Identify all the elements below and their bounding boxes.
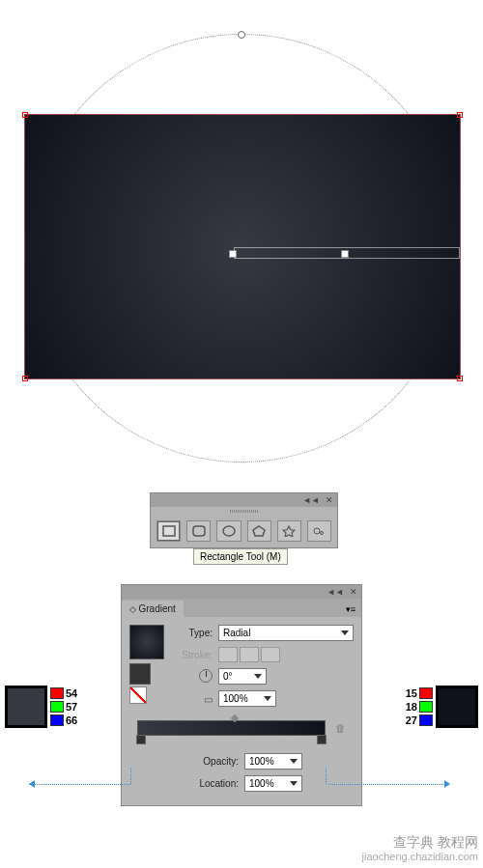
opacity-input[interactable]: 100%: [244, 753, 302, 770]
chevron-down-icon: [254, 674, 262, 679]
callout-line-right: [328, 784, 449, 785]
rectangle-icon: [162, 525, 176, 537]
delete-stop-icon[interactable]: 🗑: [333, 721, 347, 735]
ellipse-icon: [222, 525, 236, 537]
tool-tooltip: Rectangle Tool (M): [193, 548, 288, 565]
chevron-down-icon: [290, 781, 298, 786]
callout-line-left: [29, 784, 130, 785]
resize-handle-tr[interactable]: [457, 112, 463, 118]
stroke-alignment: [218, 647, 280, 662]
ellipse-tool[interactable]: [216, 520, 241, 542]
stroke-along-icon: [240, 647, 259, 662]
gradient-tab[interactable]: Gradient: [122, 601, 184, 617]
collapse-icon[interactable]: ◄◄: [302, 495, 320, 505]
gradient-stop-right[interactable]: [317, 735, 327, 744]
angle-input[interactable]: 0°: [218, 668, 267, 685]
g-value: 57: [66, 701, 77, 713]
aspect-ratio-icon: ▭: [204, 694, 213, 705]
polygon-icon: [252, 525, 266, 537]
stroke-in-icon: [218, 647, 238, 662]
flare-tool[interactable]: [307, 520, 331, 542]
color-callout-right: 15 18 27: [406, 686, 478, 728]
g-chip: [419, 701, 433, 713]
gradient-slider[interactable]: [137, 720, 326, 736]
callout-drop-right: [326, 768, 327, 784]
palette-header: ◄◄ ✕: [151, 493, 337, 507]
resize-handle-bl[interactable]: [22, 376, 28, 381]
resize-handle-br[interactable]: [457, 376, 463, 381]
star-icon: [282, 525, 296, 537]
r-value: 15: [406, 687, 417, 699]
angle-icon: [199, 669, 213, 683]
rounded-rect-icon: [192, 525, 206, 537]
resize-handle-tl[interactable]: [22, 112, 28, 118]
close-icon[interactable]: ✕: [350, 587, 357, 597]
b-value: 66: [66, 714, 77, 726]
close-icon[interactable]: ✕: [326, 495, 333, 505]
color-callout-left: 54 57 66: [5, 686, 77, 728]
b-value: 27: [406, 714, 417, 726]
fill-swatch[interactable]: [129, 625, 164, 659]
r-chip: [419, 687, 433, 699]
canvas-area[interactable]: [0, 0, 483, 473]
r-value: 54: [66, 687, 77, 699]
location-input[interactable]: 100%: [244, 775, 302, 792]
aspect-input[interactable]: 100%: [218, 690, 276, 707]
g-chip: [50, 701, 64, 713]
svg-point-5: [314, 528, 320, 534]
stroke-label: Stroke:: [172, 650, 213, 660]
b-chip: [419, 714, 433, 726]
arrow-left-icon: [29, 780, 35, 788]
svg-point-6: [321, 532, 324, 535]
b-chip: [50, 714, 64, 726]
polygon-tool[interactable]: [247, 520, 271, 542]
rounded-rectangle-tool[interactable]: [186, 520, 211, 542]
panel-menu-icon[interactable]: ▾≡: [340, 601, 361, 618]
stroke-swatch[interactable]: [129, 663, 151, 685]
r-chip: [50, 687, 64, 699]
swatch-right: [436, 686, 478, 728]
shape-tool-palette: ◄◄ ✕: [150, 492, 338, 548]
type-dropdown[interactable]: Radial: [218, 625, 354, 641]
arrow-right-icon: [444, 780, 450, 788]
gradient-annotator[interactable]: [234, 247, 460, 259]
g-value: 18: [406, 701, 417, 713]
no-stroke-swatch[interactable]: [129, 686, 147, 704]
type-value: Radial: [223, 628, 250, 638]
chevron-down-icon: [341, 630, 349, 635]
rectangle-tool[interactable]: [156, 520, 181, 542]
svg-marker-4: [283, 526, 295, 537]
chevron-down-icon: [264, 696, 271, 701]
type-label: Type:: [172, 628, 213, 638]
collapse-icon[interactable]: ◄◄: [327, 587, 344, 597]
opacity-label: Opacity:: [181, 756, 239, 767]
svg-rect-1: [193, 526, 205, 536]
svg-marker-3: [253, 526, 265, 536]
swatch-left: [5, 686, 47, 728]
panel-header: ◄◄ ✕: [122, 585, 361, 599]
watermark: 查字典 教程网 jiaocheng.chazidian.com: [362, 834, 478, 863]
stroke-across-icon: [261, 647, 280, 662]
callout-drop-left: [130, 768, 131, 784]
location-label: Location:: [181, 778, 239, 789]
palette-grip[interactable]: [151, 507, 337, 515]
midpoint-handle[interactable]: [230, 714, 238, 722]
svg-point-2: [223, 526, 235, 536]
chevron-down-icon: [290, 759, 298, 764]
circle-handle-top[interactable]: [238, 31, 245, 39]
gradient-stop-left[interactable]: [136, 735, 146, 744]
svg-rect-0: [163, 526, 175, 536]
star-tool[interactable]: [277, 520, 301, 542]
flare-icon: [312, 525, 326, 537]
